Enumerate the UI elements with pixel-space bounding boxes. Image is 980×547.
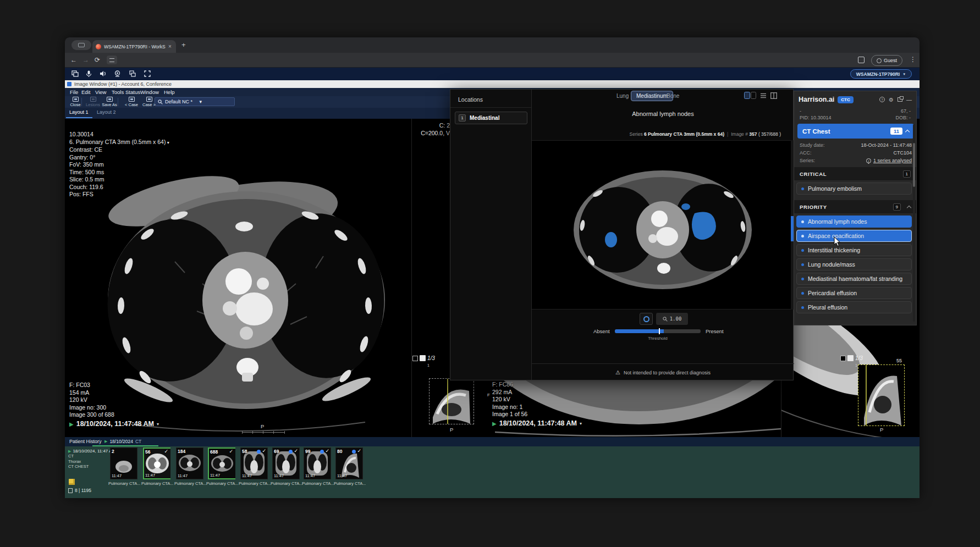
finding-item-mediastinal-haematoma-fat-stranding[interactable]: Mediastinal haematoma/fat stranding <box>796 273 912 285</box>
stack-indicator[interactable]: + 1/3 <box>412 355 435 361</box>
active-tab-underline <box>66 117 92 118</box>
screens-icon[interactable] <box>71 70 79 77</box>
stack-checkbox[interactable] <box>412 356 418 361</box>
forward-icon[interactable]: → <box>82 56 89 64</box>
popup-image-area[interactable] <box>532 140 794 310</box>
localizer-thumbnail[interactable] <box>429 378 474 424</box>
preset-dropdown[interactable]: Default NC * ▾ <box>155 97 235 106</box>
series-analysed-link[interactable]: i1 series analysed <box>866 158 912 163</box>
note-icon[interactable] <box>69 479 75 485</box>
toolbar-button-icon <box>90 97 96 102</box>
menu-file[interactable]: File <box>70 89 78 95</box>
menu-help[interactable]: Help <box>164 89 175 95</box>
section-header-priority[interactable]: PRIORITY9 <box>794 200 916 213</box>
timestamp-control[interactable]: ▶ 18/10/2024, 11:47:48 AM ▾ <box>492 419 582 427</box>
session-info[interactable]: ▶18/10/2024, 11:47 AM CTThoraxCT CHEST <box>68 449 111 469</box>
timestamp-control[interactable]: ▶ 18/10/2024, 11:47:48 AM ▾ <box>69 420 159 428</box>
finding-item-lung-nodule-mass[interactable]: Lung nodule/mass <box>796 258 912 270</box>
back-icon[interactable]: ← <box>70 56 77 64</box>
toolbar-button-close[interactable]: Close <box>66 97 85 107</box>
toolbar-button-save-as[interactable]: Save As <box>100 97 119 107</box>
finding-item-airspace-opacification[interactable]: Airspace opacification <box>796 230 912 242</box>
counter-text: 8 | 1195 <box>75 488 91 493</box>
stack-indicator[interactable]: + 1/3 <box>840 355 863 361</box>
chevron-up-icon[interactable] <box>907 205 911 209</box>
slider-thumb[interactable] <box>659 328 660 334</box>
layout-tab-1[interactable]: Layout 1 <box>69 109 89 115</box>
toolbar-button---case[interactable]: < Case <box>122 97 141 107</box>
windows-icon[interactable] <box>129 70 136 77</box>
chevron-down-icon: ▾ <box>580 421 582 426</box>
toolbar-button-label: Save As <box>102 102 117 107</box>
pane-toggle-icon[interactable] <box>744 92 756 99</box>
section-title: PRIORITY <box>800 204 827 210</box>
tab-study-date[interactable]: ▶ 18/10/2024CT <box>104 439 141 444</box>
chevron-up-icon[interactable] <box>905 130 910 134</box>
finding-item-abnormal-lymph-nodes[interactable]: Abnormal lymph nodes <box>796 216 912 228</box>
gear-icon[interactable]: ⚙ <box>889 97 894 103</box>
menu-edit[interactable]: Edit <box>81 89 90 95</box>
tab-search-pill[interactable] <box>71 40 91 50</box>
fullscreen-icon[interactable] <box>144 70 151 77</box>
browser-menu-icon[interactable]: ⋮ <box>910 56 916 63</box>
browser-tab[interactable]: WSAMZN-1TP790RI - WorkS × <box>92 40 176 53</box>
meta-label: ACC: <box>800 150 812 156</box>
guest-profile-button[interactable]: Guest <box>871 55 902 66</box>
reload-icon[interactable]: ⟳ <box>95 56 100 64</box>
tab-bone[interactable]: Bone <box>667 93 679 99</box>
series-thumbnail-69[interactable]: 6911:47✓ <box>272 447 300 479</box>
ct-partial-image[interactable] <box>495 379 781 437</box>
series-thumbnail-2[interactable]: 211:47 <box>110 447 137 479</box>
series-thumbnail-184[interactable]: 18411:47 <box>176 447 203 479</box>
series-thumbnail-80[interactable]: 8011:47✓ <box>335 447 363 479</box>
layout-grid-icon[interactable] <box>770 92 777 99</box>
finding-item-pericardial-effusion[interactable]: Pericardial effusion <box>796 287 912 299</box>
play-icon: ▶ <box>68 449 71 454</box>
menu-window[interactable]: Window <box>140 89 159 95</box>
threshold-slider[interactable] <box>615 329 701 333</box>
menu-tools[interactable]: Tools <box>112 89 124 95</box>
stack-checkbox[interactable] <box>840 356 846 361</box>
popout-icon[interactable] <box>898 97 902 102</box>
session-line: CT CHEST <box>68 464 111 469</box>
timestamp-label: 18/10/2024, 11:47:48 AM <box>76 420 154 428</box>
layout-tab-2[interactable]: Layout 2 <box>97 109 116 115</box>
save-page-icon[interactable] <box>858 57 865 63</box>
study-header[interactable]: CT Chest 11 <box>797 124 914 139</box>
series-thumbnail-688[interactable]: 68811:47✓ <box>208 447 235 479</box>
finding-item-interstitial-thickening[interactable]: Interstitial thickening <box>796 244 912 256</box>
series-thumbnail-99[interactable]: 9911:47✓ <box>304 447 331 479</box>
localizer-thumbnail[interactable] <box>858 364 905 426</box>
microphone-icon[interactable] <box>86 70 92 77</box>
speaker-icon[interactable] <box>100 70 107 77</box>
orientation-label: P <box>880 427 883 433</box>
help-icon[interactable]: ? <box>879 97 885 102</box>
finding-item-pulmonary-embolism[interactable]: Pulmonary embolism <box>796 183 912 195</box>
findings-popup: Locations 1Mediastinal LungMediastinumBo… <box>450 89 794 380</box>
tab-patient-history[interactable]: Patient History <box>69 439 102 444</box>
new-tab-button[interactable]: + <box>181 41 186 49</box>
toolbar-button-lesions[interactable]: Lesions <box>84 97 102 107</box>
panel-scrollbar[interactable] <box>913 124 915 322</box>
series-thumbnail-58[interactable]: 5811:47✓ <box>240 447 268 479</box>
thumbnail-number: 58 <box>242 449 247 454</box>
expand-stack-icon[interactable]: + <box>847 355 854 361</box>
list-view-icon[interactable] <box>760 92 767 99</box>
toolbar-button-case--[interactable]: Case > <box>140 97 158 107</box>
minimize-icon[interactable]: — <box>906 97 912 103</box>
section-header-critical[interactable]: CRITICAL1 <box>794 167 916 180</box>
expand-stack-icon[interactable]: + <box>420 355 426 361</box>
checkmark-icon: ✓ <box>164 449 168 454</box>
locations-panel: Locations 1Mediastinal <box>450 90 532 380</box>
scrollbar-thumb[interactable] <box>913 143 915 187</box>
menu-status[interactable]: Status <box>125 89 140 95</box>
tab-lung[interactable]: Lung <box>616 93 629 99</box>
menu-view[interactable]: View <box>95 89 106 95</box>
location-item-mediastinal[interactable]: 1Mediastinal <box>455 112 527 124</box>
series-thumbnail-56[interactable]: 5611:47✓ <box>143 447 170 479</box>
finding-item-pleural-effusion[interactable]: Pleural effusion <box>796 301 912 313</box>
tab-close-icon[interactable]: × <box>168 44 172 49</box>
session-pill-button[interactable]: WSAMZN-1TP790RI ▼ <box>850 69 912 79</box>
address-bar-icon[interactable] <box>107 56 117 64</box>
webcam-icon[interactable] <box>114 70 120 77</box>
